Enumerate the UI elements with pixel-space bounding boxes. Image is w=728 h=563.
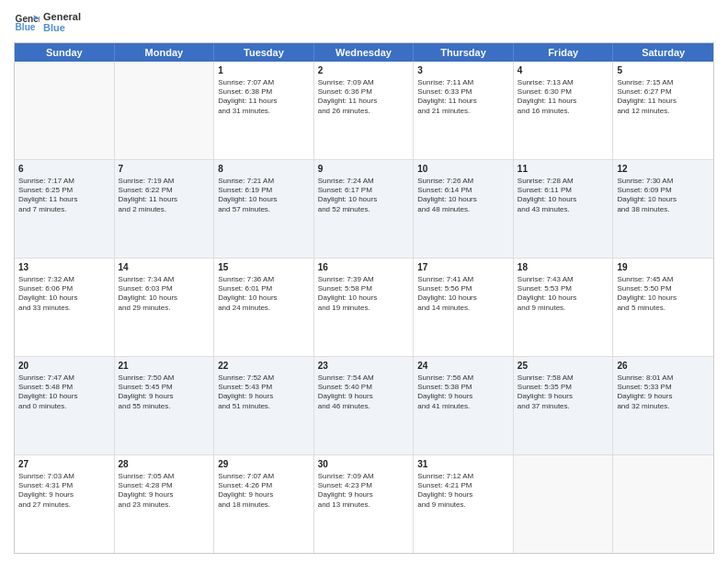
cell-text: Sunrise: 7:30 AM (617, 177, 710, 186)
header: General Blue General Blue (14, 9, 714, 35)
cell-text: Sunrise: 7:52 AM (218, 373, 310, 383)
cell-text: Daylight: 10 hours (119, 293, 210, 303)
calendar-cell: 18Sunrise: 7:43 AMSunset: 5:53 PMDayligh… (514, 259, 614, 356)
cell-text: Daylight: 9 hours (318, 392, 410, 401)
day-number: 22 (218, 360, 310, 373)
cell-text: Sunset: 4:31 PM (18, 481, 110, 490)
calendar: SundayMondayTuesdayWednesdayThursdayFrid… (14, 42, 714, 554)
cell-text: Sunset: 5:43 PM (218, 383, 310, 392)
cell-text: and 2 minutes. (119, 205, 210, 214)
calendar-cell: 22Sunrise: 7:52 AMSunset: 5:43 PMDayligh… (214, 357, 314, 454)
cell-text: Sunrise: 7:43 AM (518, 275, 609, 284)
cell-text: and 32 minutes. (617, 402, 710, 411)
cell-text: Daylight: 11 hours (318, 97, 410, 106)
calendar-cell: 11Sunrise: 7:28 AMSunset: 6:11 PMDayligh… (514, 160, 614, 258)
cell-text: Sunset: 5:58 PM (318, 284, 410, 293)
day-number: 26 (617, 360, 710, 373)
calendar-header: SundayMondayTuesdayWednesdayThursdayFrid… (15, 43, 713, 62)
calendar-cell: 30Sunrise: 7:09 AMSunset: 4:23 PMDayligh… (314, 455, 415, 553)
day-number: 8 (218, 163, 310, 176)
cell-text: and 24 minutes. (218, 304, 310, 313)
calendar-cell: 27Sunrise: 7:03 AMSunset: 4:31 PMDayligh… (15, 455, 115, 553)
day-number: 21 (119, 360, 210, 373)
cell-text: Sunrise: 7:34 AM (119, 275, 210, 284)
cell-text: Daylight: 9 hours (318, 490, 410, 500)
cell-text: Sunset: 6:01 PM (218, 284, 310, 293)
cell-text: Sunset: 6:25 PM (18, 186, 110, 195)
cell-text: and 7 minutes. (18, 205, 110, 214)
cell-text: Sunrise: 7:09 AM (318, 472, 410, 481)
page: General Blue General Blue SundayMondayTu… (0, 0, 728, 563)
cell-text: Sunrise: 7:28 AM (518, 177, 609, 186)
cell-text: and 57 minutes. (218, 205, 310, 214)
calendar-cell (613, 455, 713, 553)
cell-text: Sunrise: 7:15 AM (617, 78, 710, 87)
day-number: 16 (318, 261, 410, 274)
cell-text: Sunrise: 7:17 AM (18, 177, 110, 186)
calendar-cell (115, 62, 215, 159)
cell-text: Daylight: 11 hours (18, 195, 110, 204)
day-number: 12 (617, 163, 710, 176)
cell-text: Daylight: 11 hours (417, 97, 509, 106)
cell-text: and 48 minutes. (417, 205, 509, 214)
cell-text: Sunset: 6:11 PM (518, 186, 609, 195)
cell-text: and 13 minutes. (318, 500, 410, 510)
cell-text: and 0 minutes. (18, 402, 110, 411)
day-number: 27 (18, 458, 110, 471)
cell-text: Daylight: 9 hours (218, 490, 310, 500)
calendar-cell: 21Sunrise: 7:50 AMSunset: 5:45 PMDayligh… (115, 357, 215, 454)
day-number: 10 (417, 163, 509, 176)
calendar-cell: 6Sunrise: 7:17 AMSunset: 6:25 PMDaylight… (15, 160, 115, 258)
day-number: 28 (119, 458, 210, 471)
calendar-cell: 1Sunrise: 7:07 AMSunset: 6:38 PMDaylight… (214, 62, 314, 159)
cell-text: and 37 minutes. (518, 402, 609, 411)
calendar-cell: 9Sunrise: 7:24 AMSunset: 6:17 PMDaylight… (314, 160, 415, 258)
cell-text: and 38 minutes. (617, 205, 710, 214)
cell-text: and 27 minutes. (18, 500, 110, 510)
cell-text: and 9 minutes. (518, 304, 609, 313)
cell-text: and 31 minutes. (218, 107, 310, 116)
cell-text: Daylight: 9 hours (518, 392, 609, 401)
day-number: 19 (617, 261, 710, 274)
cell-text: Daylight: 10 hours (218, 293, 310, 303)
cell-text: and 41 minutes. (417, 402, 509, 411)
cell-text: Daylight: 10 hours (617, 293, 710, 303)
cell-text: Sunrise: 7:41 AM (417, 275, 509, 284)
cell-text: and 18 minutes. (218, 500, 310, 510)
cell-text: Sunset: 5:33 PM (617, 383, 710, 392)
calendar-cell: 20Sunrise: 7:47 AMSunset: 5:48 PMDayligh… (15, 357, 115, 454)
logo: General Blue General Blue (14, 9, 81, 35)
calendar-row: 20Sunrise: 7:47 AMSunset: 5:48 PMDayligh… (15, 357, 713, 455)
cell-text: Sunrise: 7:09 AM (318, 78, 410, 87)
cell-text: Daylight: 10 hours (18, 293, 110, 303)
day-number: 31 (417, 458, 509, 471)
calendar-cell: 2Sunrise: 7:09 AMSunset: 6:36 PMDaylight… (314, 62, 415, 159)
cell-text: Sunrise: 7:26 AM (417, 177, 509, 186)
day-number: 14 (119, 261, 210, 274)
day-number: 2 (318, 64, 410, 77)
day-number: 23 (318, 360, 410, 373)
svg-text:Blue: Blue (16, 22, 36, 32)
day-number: 30 (318, 458, 410, 471)
cell-text: Sunset: 5:35 PM (518, 383, 609, 392)
cell-text: Daylight: 9 hours (18, 490, 110, 500)
calendar-cell: 15Sunrise: 7:36 AMSunset: 6:01 PMDayligh… (214, 259, 314, 356)
cell-text: and 29 minutes. (119, 304, 210, 313)
cell-text: Sunset: 4:26 PM (218, 481, 310, 490)
calendar-cell: 17Sunrise: 7:41 AMSunset: 5:56 PMDayligh… (414, 259, 514, 356)
cell-text: Daylight: 9 hours (417, 392, 509, 401)
cell-text: Sunrise: 7:50 AM (119, 373, 210, 383)
day-number: 11 (518, 163, 609, 176)
cell-text: and 23 minutes. (119, 500, 210, 510)
day-number: 15 (218, 261, 310, 274)
cell-text: and 46 minutes. (318, 402, 410, 411)
calendar-cell: 19Sunrise: 7:45 AMSunset: 5:50 PMDayligh… (613, 259, 713, 356)
cell-text: Daylight: 9 hours (218, 392, 310, 401)
calendar-row: 6Sunrise: 7:17 AMSunset: 6:25 PMDaylight… (15, 160, 713, 259)
cell-text: Daylight: 9 hours (417, 490, 509, 500)
cell-text: and 51 minutes. (218, 402, 310, 411)
logo-icon: General Blue (14, 9, 40, 35)
weekday-header: Sunday (15, 43, 115, 62)
calendar-cell (514, 455, 614, 553)
cell-text: Sunset: 5:48 PM (18, 383, 110, 392)
